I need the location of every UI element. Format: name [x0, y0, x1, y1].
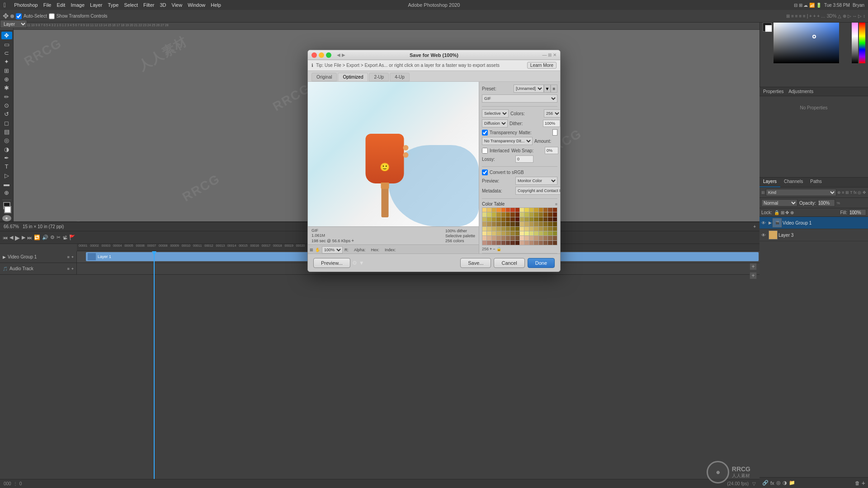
color-cell-63[interactable] — [553, 222, 557, 226]
learn-more-button[interactable]: Learn More — [527, 62, 557, 69]
color-cell-40[interactable] — [520, 217, 524, 221]
color-cell-81[interactable] — [487, 231, 491, 235]
color-cell-10[interactable] — [529, 208, 533, 212]
color-cell-102[interactable] — [510, 236, 514, 240]
color-cell-69[interactable] — [506, 227, 510, 231]
color-cell-59[interactable] — [534, 222, 538, 226]
tab-optimized[interactable]: Optimized — [338, 73, 368, 81]
color-cell-35[interactable] — [496, 217, 500, 221]
dither-input[interactable] — [543, 120, 560, 127]
color-cell-45[interactable] — [543, 217, 547, 221]
color-cell-11[interactable] — [534, 208, 538, 212]
preview-select[interactable]: Monitor Color — [515, 177, 557, 185]
color-cell-24[interactable] — [520, 212, 524, 216]
save-button[interactable]: Save... — [460, 258, 491, 268]
color-cell-86[interactable] — [510, 231, 514, 235]
color-cell-84[interactable] — [501, 231, 505, 235]
color-cell-42[interactable] — [529, 217, 533, 221]
color-cell-29[interactable] — [543, 212, 547, 216]
matte-swatch[interactable] — [552, 129, 557, 136]
color-cell-83[interactable] — [496, 231, 500, 235]
color-cell-120[interactable] — [520, 241, 524, 245]
preset-save-btn[interactable]: ▼ — [544, 84, 551, 93]
color-cell-12[interactable] — [539, 208, 543, 212]
color-cell-87[interactable] — [515, 231, 519, 235]
color-cell-23[interactable] — [515, 212, 519, 216]
color-cell-119[interactable] — [515, 241, 519, 245]
color-cell-123[interactable] — [534, 241, 538, 245]
color-cell-111[interactable] — [553, 236, 557, 240]
color-cell-75[interactable] — [534, 227, 538, 231]
color-cell-14[interactable] — [548, 208, 552, 212]
color-cell-98[interactable] — [492, 236, 496, 240]
color-cell-72[interactable] — [520, 227, 524, 231]
color-cell-47[interactable] — [553, 217, 557, 221]
color-cell-97[interactable] — [487, 236, 491, 240]
cancel-button[interactable]: Cancel — [494, 258, 524, 268]
color-cell-21[interactable] — [506, 212, 510, 216]
interlaced-checkbox[interactable] — [482, 148, 488, 154]
color-cell-104[interactable] — [520, 236, 524, 240]
color-cell-121[interactable] — [524, 241, 528, 245]
color-cell-52[interactable] — [501, 222, 505, 226]
color-cell-54[interactable] — [510, 222, 514, 226]
color-cell-112[interactable] — [482, 241, 486, 245]
color-cell-62[interactable] — [548, 222, 552, 226]
color-cell-15[interactable] — [553, 208, 557, 212]
color-cell-25[interactable] — [524, 212, 528, 216]
color-cell-89[interactable] — [524, 231, 528, 235]
color-cell-118[interactable] — [510, 241, 514, 245]
color-cell-77[interactable] — [543, 227, 547, 231]
preview-dropdown-btn[interactable]: ▼ — [359, 260, 364, 266]
color-cell-53[interactable] — [506, 222, 510, 226]
color-cell-80[interactable] — [482, 231, 486, 235]
color-cell-5[interactable] — [506, 208, 510, 212]
algorithm-select[interactable]: Selective — [482, 109, 509, 117]
grid-btn[interactable]: ⊞ — [310, 248, 313, 252]
color-cell-70[interactable] — [510, 227, 514, 231]
color-cell-67[interactable] — [496, 227, 500, 231]
colors-select[interactable]: 256 — [544, 109, 560, 117]
dither-select[interactable]: Diffusion — [482, 119, 508, 127]
color-cell-60[interactable] — [539, 222, 543, 226]
done-button[interactable]: Done — [528, 258, 555, 268]
color-cell-114[interactable] — [492, 241, 496, 245]
color-cell-117[interactable] — [506, 241, 510, 245]
color-cell-126[interactable] — [548, 241, 552, 245]
color-table-menu[interactable]: ≡ — [555, 202, 557, 206]
color-cell-55[interactable] — [515, 222, 519, 226]
color-cell-50[interactable] — [492, 222, 496, 226]
color-cell-100[interactable] — [501, 236, 505, 240]
preset-select[interactable]: [Unnamed] — [514, 84, 544, 93]
color-cell-7[interactable] — [515, 208, 519, 212]
color-cell-122[interactable] — [529, 241, 533, 245]
close-btn[interactable] — [311, 52, 317, 58]
preview-settings-btn[interactable]: ⚙ — [352, 260, 357, 266]
color-cell-56[interactable] — [520, 222, 524, 226]
color-cell-74[interactable] — [529, 227, 533, 231]
zoom-select[interactable]: 100% — [322, 246, 343, 253]
color-cell-44[interactable] — [539, 217, 543, 221]
color-cell-46[interactable] — [548, 217, 552, 221]
web-snap-input[interactable] — [545, 147, 558, 154]
color-cell-109[interactable] — [543, 236, 547, 240]
color-cell-30[interactable] — [548, 212, 552, 216]
color-cell-57[interactable] — [524, 222, 528, 226]
color-cell-125[interactable] — [543, 241, 547, 245]
color-cell-16[interactable] — [482, 212, 486, 216]
tab-original[interactable]: Original — [311, 73, 337, 81]
color-cell-37[interactable] — [506, 217, 510, 221]
color-cell-22[interactable] — [510, 212, 514, 216]
color-cell-2[interactable] — [492, 208, 496, 212]
color-cell-36[interactable] — [501, 217, 505, 221]
transparency-checkbox[interactable] — [482, 130, 488, 136]
color-cell-34[interactable] — [492, 217, 496, 221]
color-cell-28[interactable] — [539, 212, 543, 216]
color-cell-76[interactable] — [539, 227, 543, 231]
color-cell-93[interactable] — [543, 231, 547, 235]
minimize-btn[interactable] — [319, 52, 324, 58]
color-cell-79[interactable] — [553, 227, 557, 231]
color-cell-19[interactable] — [496, 212, 500, 216]
color-cell-107[interactable] — [534, 236, 538, 240]
color-cell-39[interactable] — [515, 217, 519, 221]
